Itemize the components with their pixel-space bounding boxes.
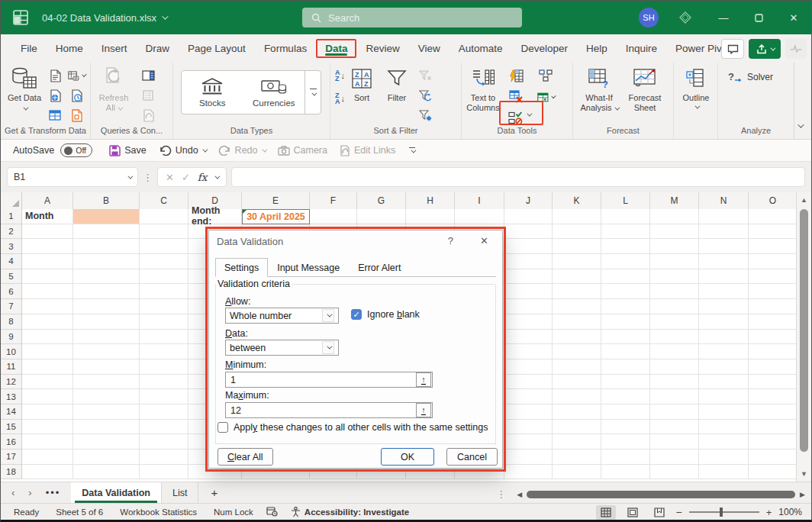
cell-O18[interactable] (749, 465, 798, 480)
what-if-analysis-button[interactable]: ? What-If Analysis (578, 66, 620, 113)
row-header-5[interactable]: 5 (1, 269, 22, 285)
zoom-slider[interactable] (689, 511, 759, 513)
cell-F1[interactable] (310, 209, 357, 224)
cell-M6[interactable] (650, 284, 699, 299)
cell-H1[interactable] (406, 209, 455, 224)
sheet-tab-list[interactable]: List (162, 482, 198, 503)
row-header-7[interactable]: 7 (1, 299, 22, 314)
confirm-entry-icon[interactable]: ✓ (182, 172, 190, 183)
minimize-button[interactable]: — (706, 1, 741, 34)
cell-B14[interactable] (73, 404, 140, 420)
display-settings-icon[interactable] (262, 507, 282, 518)
cell-M9[interactable] (650, 330, 699, 345)
cell-J9[interactable] (504, 330, 553, 345)
cell-C10[interactable] (140, 344, 188, 359)
cell-K16[interactable] (553, 434, 601, 450)
cell-B6[interactable] (73, 284, 140, 299)
cell-K18[interactable] (553, 465, 601, 480)
cell-J6[interactable] (504, 284, 553, 299)
cell-N7[interactable] (699, 299, 749, 314)
column-header-G[interactable]: G (357, 192, 406, 209)
row-header-16[interactable]: 16 (1, 434, 22, 450)
ribbon-tab-review[interactable]: Review (356, 38, 408, 59)
cell-O17[interactable] (749, 450, 798, 465)
cell-N13[interactable] (699, 389, 749, 404)
clear-filter-button[interactable] (417, 68, 433, 83)
cell-J18[interactable] (504, 465, 553, 480)
cell-J15[interactable] (504, 420, 553, 435)
redo-button[interactable]: Redo (215, 145, 269, 156)
accessibility-status[interactable]: Accessibility: Investigate (282, 507, 417, 517)
cell-K12[interactable] (553, 375, 601, 390)
cell-N3[interactable] (699, 239, 749, 254)
cell-A14[interactable] (22, 404, 73, 420)
qat-overflow-button[interactable] (409, 147, 415, 154)
ribbon-tab-automate[interactable]: Automate (450, 38, 512, 59)
row-header-17[interactable]: 17 (1, 450, 22, 465)
cell-O13[interactable] (749, 389, 798, 404)
cell-J7[interactable] (504, 299, 553, 314)
scroll-right-icon[interactable]: ▶ (800, 491, 805, 498)
cell-N14[interactable] (699, 404, 749, 420)
cell-C7[interactable] (140, 299, 188, 314)
cell-C4[interactable] (140, 254, 188, 269)
cell-C9[interactable] (140, 330, 188, 345)
cell-M13[interactable] (650, 389, 699, 404)
zoom-level[interactable]: 100% (778, 507, 805, 517)
cell-O6[interactable] (749, 284, 798, 299)
cancel-entry-icon[interactable]: ✕ (166, 172, 174, 183)
ribbon-tab-page-layout[interactable]: Page Layout (179, 38, 255, 59)
cell-J10[interactable] (504, 344, 553, 359)
ribbon-tab-view[interactable]: View (409, 38, 450, 59)
cell-O8[interactable] (749, 314, 798, 330)
row-header-11[interactable]: 11 (1, 359, 22, 375)
cell-B9[interactable] (73, 330, 140, 345)
cell-L1[interactable] (601, 209, 650, 224)
cell-L5[interactable] (601, 269, 650, 285)
cell-L4[interactable] (601, 254, 650, 269)
cell-B18[interactable] (73, 465, 140, 480)
cell-J16[interactable] (504, 434, 553, 450)
cell-B11[interactable] (73, 359, 140, 375)
zoom-slider-thumb[interactable] (720, 508, 723, 517)
cell-L18[interactable] (601, 465, 650, 480)
select-all-corner[interactable] (1, 192, 22, 209)
cell-C17[interactable] (140, 450, 188, 465)
cell-J12[interactable] (504, 375, 553, 390)
cell-K1[interactable] (553, 209, 601, 224)
cell-M3[interactable] (650, 239, 699, 254)
fx-dropdown-icon[interactable] (215, 173, 221, 179)
vertical-scroll-thumb[interactable] (800, 209, 808, 452)
cell-O5[interactable] (749, 269, 798, 285)
from-text-button[interactable] (47, 68, 63, 83)
cell-A12[interactable] (22, 375, 73, 390)
cell-L7[interactable] (601, 299, 650, 314)
comments-button[interactable] (721, 39, 744, 59)
cell-N1[interactable] (699, 209, 749, 224)
cell-A18[interactable] (22, 465, 73, 480)
cell-K15[interactable] (553, 420, 601, 435)
ribbon-tab-data[interactable]: Data (316, 39, 356, 58)
cell-J3[interactable] (504, 239, 553, 254)
cell-O4[interactable] (749, 254, 798, 269)
ribbon-tab-formulas[interactable]: Formulas (255, 38, 316, 59)
cell-O1[interactable] (749, 209, 798, 224)
cell-J11[interactable] (504, 359, 553, 375)
cell-C12[interactable] (140, 375, 188, 390)
close-button[interactable]: ✕ (776, 1, 811, 34)
stocks-button[interactable]: Stocks (182, 71, 243, 114)
cell-M4[interactable] (650, 254, 699, 269)
cell-M11[interactable] (650, 359, 699, 375)
ribbon-tab-home[interactable]: Home (47, 38, 92, 59)
currencies-button[interactable]: Currencies (243, 71, 305, 114)
cell-A2[interactable] (22, 224, 73, 240)
scroll-up-icon[interactable]: ▲ (797, 196, 811, 204)
cell-K7[interactable] (553, 299, 601, 314)
cell-L13[interactable] (601, 389, 650, 404)
cell-M16[interactable] (650, 434, 699, 450)
cell-L15[interactable] (601, 420, 650, 435)
zoom-out-button[interactable]: − (676, 506, 682, 518)
cell-B17[interactable] (73, 450, 140, 465)
autosave-toggle[interactable]: Off (60, 143, 92, 157)
cell-A3[interactable] (22, 239, 73, 254)
